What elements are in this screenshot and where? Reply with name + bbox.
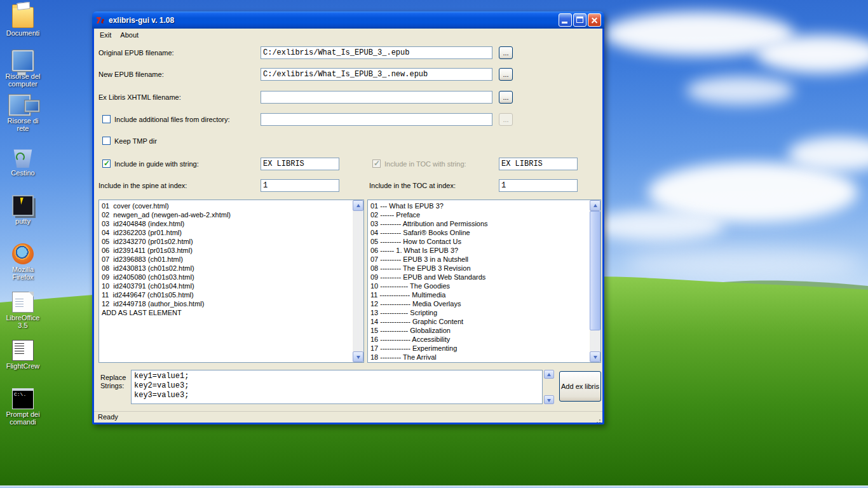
flightcrew-icon — [12, 340, 34, 361]
toc-list-item[interactable]: 11 ------------- Multimedia — [370, 290, 590, 299]
desktop-icon-label: Risorse di rete — [1, 117, 44, 132]
resize-grip[interactable] — [593, 413, 601, 421]
spine-list-item[interactable]: 09 id2405080 (ch01s03.html) — [102, 273, 353, 281]
toc-list-item[interactable]: 15 ------------ Globalization — [370, 326, 590, 335]
cloud — [686, 76, 794, 105]
toc-list-item[interactable]: 03 --------- Attribution and Permissions — [370, 219, 590, 228]
include-dir-input[interactable] — [261, 113, 492, 126]
spine-listbox: 01 cover (cover.html) 02 newgen_ad (newg… — [98, 200, 364, 363]
folder-icon — [12, 7, 34, 28]
desktop-icon[interactable]: Risorse del computer — [1, 50, 44, 97]
menu-about[interactable]: About — [116, 30, 143, 40]
spine-list-item[interactable]: 05 id2343270 (pr01s02.html) — [102, 237, 353, 246]
desktop-icon[interactable]: Cestino — [1, 147, 44, 193]
title-bar[interactable]: exlibris-gui v. 1.08 — [92, 11, 604, 29]
spine-list-item[interactable]: 01 cover (cover.html) — [102, 201, 353, 210]
desktop-icon[interactable]: Prompt dei comandi — [1, 388, 44, 435]
scroll-up-icon[interactable] — [590, 200, 600, 211]
exlibris-xhtml-browse-button[interactable]: ... — [499, 91, 513, 104]
toc-index-label: Include in the TOC at index: — [369, 182, 456, 189]
taskbar-edge[interactable] — [0, 485, 868, 488]
include-toc-string-input[interactable] — [499, 158, 578, 170]
menu-exit[interactable]: Exit — [95, 30, 116, 40]
window-client-area: Exit About Original EPUB filename: ... N… — [94, 29, 602, 423]
new-epub-browse-button[interactable]: ... — [499, 68, 513, 81]
toc-list-item[interactable]: 02 ------ Preface — [370, 210, 590, 219]
exlibris-xhtml-input[interactable] — [261, 91, 492, 104]
replace-scrollbar[interactable] — [544, 370, 554, 404]
include-dir-label: Include additional files from directory: — [114, 116, 230, 123]
window-title: exlibris-gui v. 1.08 — [109, 16, 557, 25]
spine-list-item[interactable]: ADD AS LAST ELEMENT — [102, 308, 353, 317]
desktop-icon-label: Cestino — [11, 169, 34, 177]
new-epub-input[interactable] — [261, 68, 492, 81]
desktop-icon[interactable]: Risorse di rete — [1, 98, 44, 145]
desktop-icon[interactable]: Documenti — [1, 2, 44, 48]
recycle-icon — [12, 147, 34, 168]
app-icon — [95, 15, 105, 25]
new-epub-label: New EPUB filename: — [98, 71, 164, 78]
app-window: exlibris-gui v. 1.08 Exit About Original… — [92, 11, 604, 424]
desktop-icon[interactable]: Mozilla Firefox — [1, 243, 44, 290]
maximize-icon — [576, 17, 583, 23]
spine-list-item[interactable]: 03 id2404848 (index.html) — [102, 219, 353, 228]
include-dir-browse-button: ... — [499, 113, 513, 126]
toc-list-item[interactable]: 04 --------- Safari® Books Online — [370, 228, 590, 237]
minimize-icon — [562, 22, 567, 24]
close-button[interactable] — [588, 13, 601, 27]
toc-list-item[interactable]: 17 ------------- Experimenting — [370, 344, 590, 353]
cloud — [591, 210, 724, 241]
toc-list-item[interactable]: 14 ------------- Graphic Content — [370, 317, 590, 326]
spine-index-input[interactable] — [261, 179, 339, 192]
scroll-down-icon[interactable] — [590, 351, 600, 362]
spine-list-item[interactable]: 04 id2362203 (pr01.html) — [102, 228, 353, 237]
toc-list-item[interactable]: 07 --------- EPUB 3 in a Nutshell — [370, 255, 590, 264]
desktop-icon[interactable]: putty — [1, 195, 44, 241]
putty-icon — [12, 195, 34, 216]
scroll-down-icon[interactable] — [353, 351, 363, 362]
include-toc-checkbox — [372, 159, 381, 168]
spine-list-item[interactable]: 12 id2449718 (author_bios.html) — [102, 299, 353, 308]
spine-list-item[interactable]: 07 id2396883 (ch01.html) — [102, 255, 353, 264]
keep-tmp-checkbox[interactable] — [102, 137, 111, 145]
original-epub-browse-button[interactable]: ... — [499, 46, 513, 59]
add-exlibris-button[interactable]: Add ex libris — [559, 371, 601, 402]
toc-listbox: 01 --- What Is EPUB 3? 02 ------ Preface… — [367, 200, 601, 363]
maximize-button[interactable] — [573, 13, 587, 27]
spine-list-item[interactable]: 10 id2403791 (ch01s04.html) — [102, 281, 353, 290]
toc-list-item[interactable]: 16 ------------- Accessibility — [370, 335, 590, 344]
toc-list-item[interactable]: 18 --------- The Arrival — [370, 353, 590, 362]
computer-icon — [12, 50, 34, 71]
scroll-up-icon[interactable] — [544, 370, 554, 379]
toc-scrollbar[interactable] — [590, 200, 600, 362]
toc-list-item[interactable]: 09 --------- EPUB and Web Standards — [370, 273, 590, 281]
toc-index-input[interactable] — [499, 179, 578, 192]
include-guide-string-input[interactable] — [261, 158, 339, 170]
spine-scrollbar[interactable] — [353, 200, 363, 362]
spine-index-label: Include in the spine at index: — [98, 182, 187, 189]
toc-list-item[interactable]: 01 --- What Is EPUB 3? — [370, 201, 590, 210]
scroll-down-icon[interactable] — [544, 395, 554, 404]
scrollbar-thumb[interactable] — [590, 211, 600, 330]
spine-list-item[interactable]: 06 id2391411 (pr01s03.html) — [102, 246, 353, 255]
desktop-icon[interactable]: FlightCrew — [1, 340, 44, 386]
desktop-icon-label: Documenti — [6, 29, 40, 37]
toc-list-item[interactable]: 06 ------ 1. What Is EPUB 3? — [370, 246, 590, 255]
spine-list-item[interactable]: 02 newgen_ad (newgen-ad-web-2.xhtml) — [102, 210, 353, 219]
desktop-icon[interactable]: LibreOffice 3.5 — [1, 292, 44, 338]
spine-list-item[interactable]: 11 id2449647 (ch01s05.html) — [102, 290, 353, 299]
desktop-icon-label: FlightCrew — [6, 362, 40, 370]
toc-list-item[interactable]: 05 --------- How to Contact Us — [370, 237, 590, 246]
status-bar: Ready — [94, 411, 602, 423]
toc-list-item[interactable]: 10 ------------ The Goodies — [370, 281, 590, 290]
toc-list-item[interactable]: 08 --------- The EPUB 3 Revision — [370, 264, 590, 273]
toc-list-item[interactable]: 13 ------------ Scripting — [370, 308, 590, 317]
toc-list-item[interactable]: 12 ------------- Media Overlays — [370, 299, 590, 308]
scroll-up-icon[interactable] — [353, 200, 363, 211]
minimize-button[interactable] — [559, 13, 572, 27]
original-epub-input[interactable] — [261, 46, 492, 59]
include-guide-checkbox[interactable] — [102, 159, 111, 168]
replace-strings-textarea[interactable]: key1=value1; key2=value3; key3=value3; — [131, 370, 543, 404]
include-dir-checkbox[interactable] — [102, 115, 111, 123]
spine-list-item[interactable]: 08 id2430813 (ch01s02.html) — [102, 264, 353, 273]
